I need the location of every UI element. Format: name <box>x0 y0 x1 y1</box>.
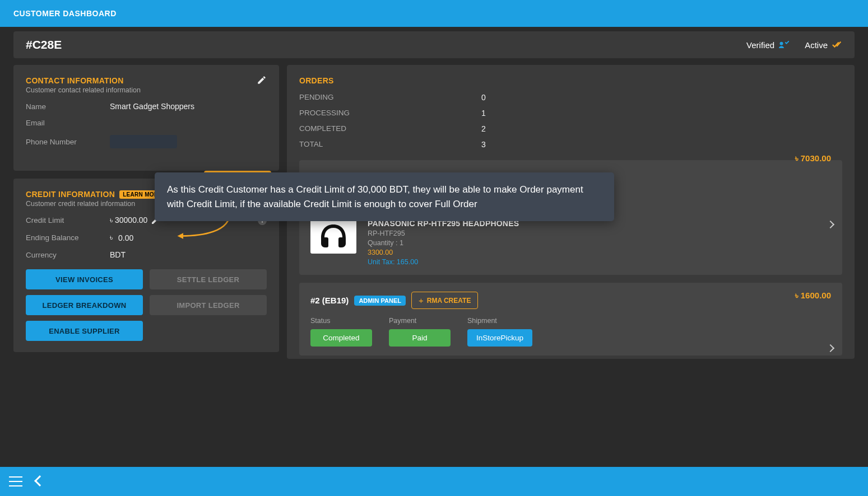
top-bar: CUSTOMER DASHBOARD <box>0 0 868 27</box>
name-value: Smart Gadget Shoppers <box>110 102 194 111</box>
currency-label: Currency <box>26 251 110 259</box>
ending-balance-value: 0.00 <box>110 233 133 242</box>
processing-value: 1 <box>481 109 486 118</box>
phone-label: Phone Number <box>26 138 110 146</box>
verified-icon <box>779 41 789 49</box>
product-sku: RP-HTF295 <box>368 230 519 237</box>
order-card-2: #2 (EB19) ADMIN PANEL RMA CREATE 1600.00… <box>299 283 842 355</box>
verified-status: Verified <box>746 40 789 50</box>
order2-status-pill: Completed <box>310 329 372 347</box>
ending-balance-label: Ending Balance <box>26 233 110 242</box>
completed-value: 2 <box>481 124 486 133</box>
contact-subtitle: Customer contact related information <box>26 86 267 94</box>
product-image <box>310 219 356 254</box>
contact-title: CONTACT INFORMATION <box>26 76 267 85</box>
orders-title: ORDERS <box>299 76 842 85</box>
order2-payment-pill: Paid <box>389 329 451 347</box>
order2-number: #2 (EB19) <box>310 296 349 305</box>
customer-id: #C28E <box>26 38 62 52</box>
dashboard-title: CUSTOMER DASHBOARD <box>13 9 117 18</box>
enable-supplier-button[interactable]: ENABLE SUPPLIER <box>26 321 143 341</box>
pending-label: PENDING <box>299 93 481 102</box>
svg-point-0 <box>780 42 783 45</box>
order1-total: 7030.00 <box>795 153 831 163</box>
product-tax: Unit Tax: 165.00 <box>368 258 519 266</box>
product-info: PANASONIC RP-HTF295 HEADPHONES RP-HTF295… <box>368 219 519 266</box>
ledger-breakdown-button[interactable]: LEDGER BREAKDOWN <box>26 295 143 315</box>
order2-header: #2 (EB19) ADMIN PANEL RMA CREATE <box>310 292 831 309</box>
phone-value <box>110 135 177 148</box>
credit-limit-tooltip: As this Credit Customer has a Credit Lim… <box>155 172 614 221</box>
total-value: 3 <box>481 140 486 149</box>
order2-status-label: Status <box>310 317 389 325</box>
credit-limit-label: Credit Limit <box>26 216 110 224</box>
rma-create-button[interactable]: RMA CREATE <box>411 292 478 309</box>
order1-product: PANASONIC RP-HTF295 HEADPHONES RP-HTF295… <box>310 219 831 266</box>
processing-label: PROCESSING <box>299 109 481 118</box>
credit-buttons: VIEW INVOICES SETTLE LEDGER LEDGER BREAK… <box>26 269 267 341</box>
completed-label: COMPLETED <box>299 124 481 133</box>
product-price: 3300.00 <box>368 249 519 256</box>
order2-total: 1600.00 <box>795 291 831 301</box>
name-label: Name <box>26 102 110 111</box>
total-label: TOTAL <box>299 140 481 149</box>
active-check-icon <box>832 41 842 48</box>
headphones-icon <box>317 222 350 250</box>
pencil-icon <box>257 75 267 85</box>
order2-shipment-label: Shipment <box>467 317 546 325</box>
credit-limit-value: 30000.00 <box>110 216 160 225</box>
product-quantity: Quantity : 1 <box>368 239 519 247</box>
order2-payment-label: Payment <box>389 317 467 325</box>
order2-admin-chip: ADMIN PANEL <box>354 296 406 306</box>
settle-ledger-button: SETTLE LEDGER <box>150 269 267 289</box>
email-label: Email <box>26 119 110 127</box>
view-invoices-button[interactable]: VIEW INVOICES <box>26 269 143 289</box>
order2-shipment-pill: InStorePickup <box>467 329 532 347</box>
contact-panel: CONTACT INFORMATION Customer contact rel… <box>13 65 279 171</box>
active-status: Active <box>805 40 842 50</box>
header-status-group: Verified Active <box>746 40 842 50</box>
customer-header: #C28E Verified Active <box>13 31 855 58</box>
import-ledger-button: IMPORT LEDGER <box>150 295 267 315</box>
currency-value: BDT <box>110 250 126 259</box>
pending-value: 0 <box>481 93 486 102</box>
edit-contact-button[interactable] <box>257 75 268 86</box>
